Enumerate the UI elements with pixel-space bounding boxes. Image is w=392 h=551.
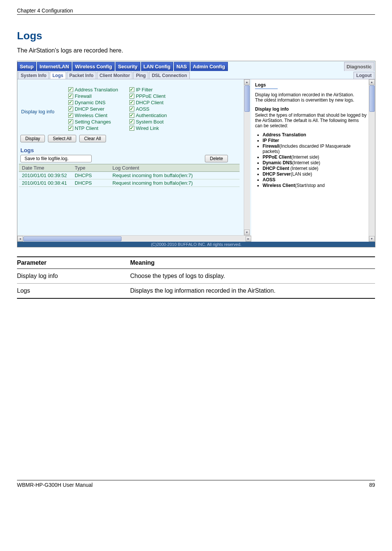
scroll-thumb[interactable] [369, 85, 375, 112]
chk-label: Address Translation [75, 87, 118, 93]
left-vscrollbar[interactable]: ▴ ▾ [244, 79, 250, 235]
scroll-thumb-h[interactable] [23, 236, 121, 241]
checkbox-icon[interactable] [68, 87, 73, 92]
log-cell: Request incoming from buffalo(len:7) [109, 172, 240, 179]
screenshot-frame: Setup Internet/LAN Wireless Config Secur… [17, 61, 375, 247]
subtab-system-info[interactable]: System Info [18, 72, 49, 79]
scroll-down-icon[interactable]: ▾ [369, 236, 375, 242]
tab-admin-config[interactable]: Admin Config [191, 62, 228, 71]
log-cell: 2010/01/01 00:38:41 [19, 179, 72, 187]
chk-address-translation[interactable]: Address Translation [68, 87, 118, 93]
scroll-down-icon[interactable]: ▾ [244, 230, 250, 235]
help-list: Address Translation IP Filter Firewall(I… [263, 132, 367, 188]
log-cell: 2010/01/01 00:39:52 [19, 172, 72, 179]
page-footer: WBMR-HP-G300H User Manual 89 [17, 480, 375, 488]
tab-diagnostic[interactable]: Diagnostic [344, 62, 374, 71]
checkbox-icon[interactable] [129, 113, 134, 118]
tab-internet-lan[interactable]: Internet/LAN [37, 62, 72, 71]
help-pane: Logs Display log information recorded in… [251, 79, 369, 242]
chk-system-boot[interactable]: System Boot [129, 119, 167, 125]
log-cell: DHCPS [72, 172, 109, 179]
right-vscrollbar[interactable]: ▴ ▾ [369, 79, 375, 242]
chk-ip-filter[interactable]: IP Filter [129, 87, 167, 93]
checkbox-icon[interactable] [129, 126, 134, 131]
scroll-right-icon[interactable]: ▸ [246, 236, 251, 242]
chk-label: PPPoE Client [136, 93, 166, 99]
logs-heading: Logs [17, 145, 244, 155]
list-item: AOSS [263, 177, 367, 182]
param-th-meaning: Meaning [130, 257, 375, 269]
chk-authentication[interactable]: Authentication [129, 113, 167, 118]
log-th-type: Type [72, 164, 109, 172]
checkbox-icon[interactable] [68, 119, 73, 124]
help-subtitle: Display log info [255, 106, 367, 112]
checkbox-icon[interactable] [68, 94, 73, 99]
tab-security[interactable]: Security [115, 62, 140, 71]
checkbox-icon[interactable] [129, 119, 134, 124]
list-item: Firewall(Includes discarded IP Masquerad… [263, 144, 367, 154]
chk-label: AOSS [136, 106, 149, 112]
chk-ntp-client[interactable]: NTP Client [68, 125, 118, 131]
tab-wireless-config[interactable]: Wireless Config [72, 62, 115, 71]
clear-all-button[interactable]: Clear All [79, 135, 106, 142]
chk-label: DHCP Client [136, 100, 163, 105]
save-to-file-button[interactable]: Save to file logfile.log. [20, 155, 92, 162]
checkbox-icon[interactable] [68, 100, 73, 105]
checkbox-icon[interactable] [129, 87, 134, 92]
param-th-parameter: Parameter [17, 257, 130, 269]
list-item: IP Filter [263, 138, 367, 143]
select-all-button[interactable]: Select All [48, 135, 76, 142]
table-row: Display log info Choose the types of log… [17, 269, 375, 284]
subtab-packet-info[interactable]: Packet Info [67, 72, 96, 79]
scroll-thumb[interactable] [244, 85, 250, 112]
list-item: PPPoE Client(Internet side) [263, 154, 367, 160]
chapter-header: Chapter 4 Configuration [17, 8, 375, 14]
section-title: Logs [17, 30, 375, 42]
table-row: 2010/01/01 00:38:41 DHCPS Request incomi… [19, 179, 240, 187]
main-tab-row: Setup Internet/LAN Wireless Config Secur… [17, 61, 375, 71]
logout-link[interactable]: Logout [354, 72, 374, 79]
chk-dynamic-dns[interactable]: Dynamic DNS [68, 100, 118, 105]
scroll-up-icon[interactable]: ▴ [369, 79, 375, 85]
tab-lan-config[interactable]: LAN Config [141, 62, 173, 71]
chk-firewall[interactable]: Firewall [68, 93, 118, 99]
subtab-ping[interactable]: Ping [133, 72, 148, 79]
display-log-info-label: Display log info [17, 86, 68, 132]
checkbox-icon[interactable] [68, 113, 73, 118]
left-hscrollbar[interactable]: ◂ ▸ [17, 235, 251, 242]
scroll-left-icon[interactable]: ◂ [17, 236, 23, 242]
display-button[interactable]: Display [20, 135, 45, 142]
chk-pppoe-client[interactable]: PPPoE Client [129, 93, 167, 99]
help-text: Select the types of information that sho… [255, 113, 367, 128]
checkbox-icon[interactable] [68, 126, 73, 131]
chk-setting-changes[interactable]: Setting Changes [68, 119, 118, 125]
checkbox-icon[interactable] [68, 106, 73, 111]
subtab-client-monitor[interactable]: Client Monitor [97, 72, 133, 79]
subtab-logs[interactable]: Logs [50, 72, 66, 79]
chk-wireless-client[interactable]: Wireless Client [68, 113, 118, 118]
tab-nas[interactable]: NAS [174, 62, 189, 71]
chk-label: Wireless Client [75, 113, 108, 118]
list-item: DHCP Client (Internet side) [263, 166, 367, 171]
chk-aoss[interactable]: AOSS [129, 106, 167, 112]
chk-dhcp-server[interactable]: DHCP Server [68, 106, 118, 112]
tab-setup[interactable]: Setup [17, 62, 36, 71]
delete-button[interactable]: Delete [205, 155, 228, 162]
table-row: 2010/01/01 00:39:52 DHCPS Request incomi… [19, 172, 240, 179]
subtab-dsl-connection[interactable]: DSL Connection [149, 72, 189, 79]
checkbox-icon[interactable] [129, 94, 134, 99]
chk-label: Dynamic DNS [75, 100, 106, 105]
checkbox-icon[interactable] [129, 106, 134, 111]
chk-dhcp-client[interactable]: DHCP Client [129, 100, 167, 105]
checkbox-icon[interactable] [129, 100, 134, 105]
chk-wired-link[interactable]: Wired Link [129, 125, 167, 131]
scroll-up-icon[interactable]: ▴ [244, 79, 250, 85]
chk-label: NTP Client [75, 125, 98, 131]
param-cell: Display log info [17, 269, 130, 284]
footer-page-number: 89 [369, 482, 375, 488]
log-cell: DHCPS [72, 179, 109, 187]
list-item: DHCP Server(LAN side) [263, 171, 367, 177]
table-row: Logs Displays the log information record… [17, 284, 375, 299]
chk-label: Setting Changes [75, 119, 111, 125]
sub-tab-row: System Info Logs Packet Info Client Moni… [17, 71, 375, 79]
